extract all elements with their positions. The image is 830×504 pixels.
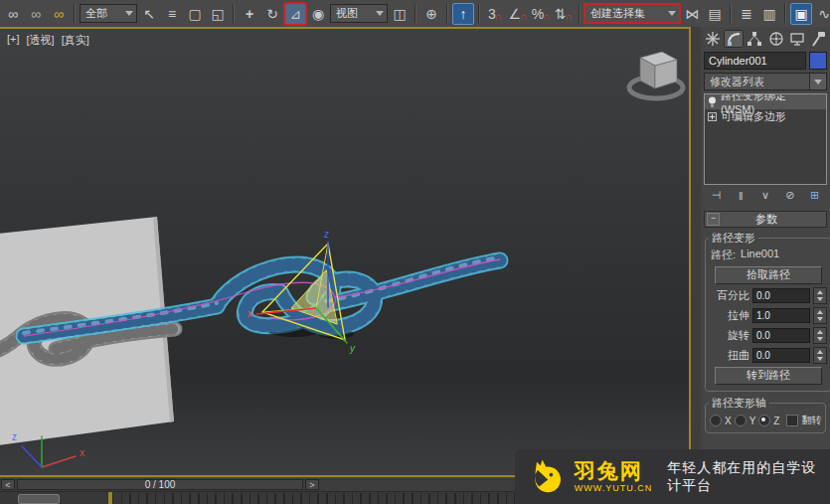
select-and-rotate-icon[interactable]: ↻ [261,3,283,25]
select-and-scale-icon[interactable]: ⊿ [284,3,306,25]
parameters-rollout-header[interactable]: − 参数 [704,211,827,228]
spinner-arrows[interactable] [813,307,827,324]
pivot-point-icon[interactable]: ◫ [389,3,411,25]
axis-z-radio[interactable] [758,415,770,426]
spin-down-icon[interactable] [817,317,823,321]
hierarchy-tab-icon[interactable] [745,30,764,48]
layer-manager-icon[interactable]: ≣ [736,3,757,25]
toolbar-separator [730,4,732,23]
flip-checkbox[interactable] [786,415,798,426]
window-crossing-icon[interactable]: ◱ [207,3,229,25]
axis-z-label: Z [773,416,779,426]
configure-modifier-sets-icon[interactable]: ⊞ [806,188,823,203]
chevron-down-icon [809,74,826,89]
mini-curve-editor-button[interactable] [18,494,60,504]
remove-modifier-icon[interactable]: ⊘ [781,188,798,203]
stretch-field[interactable]: 1.0 [752,308,810,323]
scene-explorer-icon[interactable]: ▣ [790,3,812,25]
utilities-tab-icon[interactable] [808,30,828,48]
spin-up-icon[interactable] [817,330,823,334]
command-panel-tabs [701,27,830,49]
toolbar-separator [478,4,480,23]
spinner-arrows[interactable] [813,287,827,304]
lightbulb-icon[interactable] [708,96,717,108]
toolbar-separator [579,4,581,23]
flip-label: 翻转 [801,414,821,427]
goto-path-button[interactable]: 转到路径 [715,367,822,385]
ribbon-toggle-icon[interactable]: ▥ [758,3,780,25]
named-selection-sets-dropdown[interactable]: 创建选择集 [584,4,680,23]
select-object-icon[interactable]: ↖ [138,3,160,25]
viewport[interactable]: [+] [透视] [真实] [0,27,691,477]
display-tab-icon[interactable] [787,30,807,48]
rectangular-selection-region-icon[interactable]: ▢ [184,3,206,25]
pin-stack-icon[interactable]: ⊣ [708,188,725,203]
select-and-manipulate-icon[interactable]: ⊕ [420,3,442,25]
use-pivot-point-center-icon[interactable]: ◉ [307,3,329,25]
rotation-field[interactable]: 0.0 [752,328,810,343]
modifier-list-dropdown[interactable]: 修改器列表 [704,73,827,90]
spin-up-icon[interactable] [817,350,823,354]
scene-canvas[interactable]: x y z x z [0,29,687,475]
angle-snap-icon[interactable]: ∠∩ [507,3,529,25]
modifier-stack-row[interactable]: 路径变形绑定 (WSM) [705,94,826,109]
path-deform-group: 路径变形 路径: Line001 拾取路径 百分比 0.0 拉伸 1.0 旋转 … [705,231,830,392]
bind-to-space-warp-icon[interactable]: ∞ [48,3,70,25]
viewport-general-menu[interactable]: [+] [7,33,20,48]
time-slider[interactable]: 0 / 100 [17,479,303,490]
object-color-swatch[interactable] [809,52,827,70]
make-unique-icon[interactable]: ∨ [757,188,774,203]
show-end-result-icon[interactable]: ‖ [733,188,749,203]
percent-label: 百分比 [710,288,749,303]
object-name-field[interactable]: Cylinder001 [704,52,806,70]
curve-editor-icon[interactable]: ∿ [813,3,830,25]
select-by-name-icon[interactable]: ≡ [161,3,183,25]
viewport-pov-menu[interactable]: [透视] [27,33,55,48]
pick-path-button[interactable]: 拾取路径 [715,266,822,284]
viewcube[interactable] [629,52,683,98]
percent-snap-icon[interactable]: %∩ [530,3,552,25]
mirror-icon[interactable]: ⋈ [681,3,703,25]
axis-x-radio[interactable] [710,415,722,426]
snap-toggle-3d-icon[interactable]: 3∩ [484,3,506,25]
magnet-icon: ∩ [495,11,502,22]
spin-down-icon[interactable] [817,357,823,361]
path-value: Line001 [741,248,779,262]
spinner-snap-icon[interactable]: ⇅∩ [553,3,575,25]
select-and-move-icon[interactable]: + [239,3,260,25]
axis-y-radio[interactable] [735,415,747,426]
spinner-arrows[interactable] [813,347,827,364]
modify-tab-icon[interactable] [724,30,744,48]
collapse-icon[interactable]: − [707,213,720,226]
create-tab-icon[interactable] [703,30,723,48]
path-deform-axis-group: 路径变形轴 X Y Z 翻转 [705,396,826,433]
percent-field[interactable]: 0.0 [752,288,810,303]
align-icon[interactable]: ▤ [704,3,726,25]
group-title: 路径变形 [709,231,758,246]
spin-up-icon[interactable] [817,310,823,314]
spin-down-icon[interactable] [817,337,823,341]
expand-box-icon[interactable] [708,112,717,121]
next-frame-button[interactable]: > [305,479,319,490]
named-selection-sets-value: 创建选择集 [590,6,645,21]
reference-coordinate-dropdown[interactable]: 视图 [330,4,388,23]
magnet-icon: ∩ [520,11,527,22]
spin-up-icon[interactable] [817,290,823,294]
unlink-selection-icon[interactable]: ∞ [25,3,47,25]
twist-field[interactable]: 0.0 [752,348,810,363]
previous-frame-button[interactable]: < [1,479,15,490]
group-title: 路径变形轴 [709,396,769,411]
gizmo-y-label: y [349,343,356,354]
viewport-shading-menu[interactable]: [真实] [62,33,89,48]
object-name-row: Cylinder001 [701,49,830,72]
select-and-link-icon[interactable]: ∞ [2,3,24,25]
reference-coordinate-value: 视图 [336,6,358,21]
motion-tab-icon[interactable] [766,30,786,48]
spinner-arrows[interactable] [813,327,827,344]
chevron-down-icon [668,11,676,16]
keyboard-shortcut-override-icon[interactable]: ↑ [452,3,474,25]
current-frame-marker[interactable] [108,492,112,504]
rabbit-logo-icon [529,454,566,500]
selection-filter-dropdown[interactable]: 全部 [80,4,137,23]
spin-down-icon[interactable] [817,297,823,301]
